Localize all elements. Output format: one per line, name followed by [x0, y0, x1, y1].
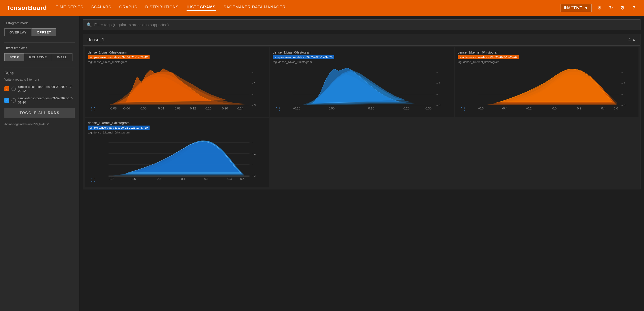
- svg-text:-0.2: -0.2: [526, 106, 532, 110]
- nav-graphs[interactable]: GRAPHS: [119, 5, 137, 11]
- svg-text:0.16: 0.16: [206, 106, 212, 110]
- svg-text:– 3: – 3: [621, 104, 625, 107]
- chart-2-tag: tag: dense_1/bias_0/histogram: [273, 60, 450, 64]
- svg-text:0.10: 0.10: [368, 106, 374, 110]
- svg-text:–: –: [252, 70, 254, 74]
- status-label: INACTIVE: [564, 6, 582, 10]
- svg-text:–: –: [621, 92, 623, 96]
- svg-marker-7: [126, 69, 212, 102]
- axis-buttons: STEP RELATIVE WALL: [4, 53, 75, 61]
- nav-scalars[interactable]: SCALARS: [91, 5, 111, 11]
- chart-2-svg: -0.10 0.00 0.10 0.20 0.30 – – 1 – – 3: [273, 66, 450, 114]
- group-count: 4 ▲: [628, 38, 636, 42]
- run-label-orange: simple-tensorboard-test-09-02-2023-17-29…: [18, 85, 75, 93]
- svg-text:-0.6: -0.6: [478, 106, 484, 110]
- run-checkbox-orange[interactable]: ✓: [4, 86, 9, 91]
- svg-text:0.2: 0.2: [577, 106, 581, 110]
- svg-text:0.30: 0.30: [426, 106, 432, 110]
- status-dropdown[interactable]: INACTIVE ▼: [560, 4, 592, 12]
- svg-text:– 3: – 3: [252, 174, 256, 177]
- group-dense-1: dense_1 4 ▲ dense_1/bias_0/histogram sim…: [83, 34, 640, 190]
- chart-2-title: dense_1/bias_0/histogram: [273, 50, 450, 54]
- histogram-mode-label: Histogram mode: [4, 21, 75, 25]
- run-item-1: ✓ simple-tensorboard-test-09-02-2023-17-…: [4, 85, 75, 93]
- svg-text:–: –: [252, 163, 254, 166]
- chevron-down-icon: ▼: [584, 6, 588, 10]
- run-item-2: ✓ simple-tensorboard-test-09-02-2023-17-…: [4, 96, 75, 104]
- step-button[interactable]: STEP: [4, 53, 24, 61]
- search-icon: 🔍: [86, 22, 92, 28]
- svg-text:– 3: – 3: [252, 104, 256, 107]
- divider-1: [4, 42, 75, 42]
- chart-1-title: dense_1/bias_0/histogram: [88, 50, 266, 54]
- expand-icon-1[interactable]: ⛶: [91, 107, 95, 112]
- svg-text:-0.08: -0.08: [110, 106, 117, 110]
- svg-text:-0.3: -0.3: [156, 177, 161, 180]
- nav-distributions[interactable]: DISTRIBUTIONS: [145, 5, 178, 11]
- svg-text:0.00: 0.00: [328, 106, 334, 110]
- run-radio-blue[interactable]: [12, 98, 16, 103]
- svg-text:– 1: – 1: [436, 82, 440, 85]
- chart-3-svg: -0.6 -0.4 -0.2 0.0 0.2 0.4 0.6 – – 1 – –…: [458, 66, 636, 114]
- content-area: 🔍 dense_1 4 ▲ dense_1/bias_0/histogram s…: [79, 16, 644, 311]
- svg-text:0.20: 0.20: [404, 106, 410, 110]
- svg-text:0.04: 0.04: [158, 106, 164, 110]
- chart-1-svg: -0.08 -0.04 0.00 0.04 0.08 0.12 0.16 0.2…: [88, 66, 266, 114]
- nav-time-series[interactable]: TIME SERIES: [56, 5, 83, 11]
- chart-3-badge: simple-tensorboard-test-09-02-2023-17-29…: [458, 55, 519, 59]
- group-header: dense_1 4 ▲: [83, 34, 640, 46]
- nav-histograms[interactable]: HISTOGRAMS: [186, 5, 216, 11]
- svg-text:– 3: – 3: [436, 104, 440, 107]
- expand-icon-3[interactable]: ⛶: [461, 107, 465, 112]
- toggle-all-runs-button[interactable]: TOGGLE ALL RUNS: [4, 108, 75, 118]
- chart-3-tag: tag: dense_1/kernel_0/histogram: [458, 60, 636, 64]
- nav-bar: TIME SERIES SCALARS GRAPHS DISTRIBUTIONS…: [56, 5, 552, 11]
- header: TensorBoard TIME SERIES SCALARS GRAPHS D…: [0, 0, 644, 16]
- expand-icon-4[interactable]: ⛶: [91, 178, 95, 182]
- logo: TensorBoard: [6, 4, 47, 12]
- settings-icon[interactable]: ⚙: [619, 4, 626, 12]
- svg-text:0.20: 0.20: [222, 106, 228, 110]
- main-layout: Histogram mode OVERLAY OFFSET Offset tim…: [0, 16, 644, 311]
- filter-tags-input[interactable]: [94, 23, 637, 27]
- wall-button[interactable]: WALL: [52, 53, 72, 61]
- relative-button[interactable]: RELATIVE: [24, 53, 52, 61]
- chart-3-title: dense_1/kernel_0/histogram: [458, 50, 636, 54]
- chart-3: dense_1/kernel_0/histogram simple-tensor…: [454, 47, 638, 117]
- expand-icon-2[interactable]: ⛶: [276, 107, 280, 112]
- offset-button[interactable]: OFFSET: [32, 28, 56, 36]
- refresh-icon[interactable]: ↻: [608, 4, 614, 12]
- svg-text:-0.10: -0.10: [293, 106, 300, 110]
- svg-text:–: –: [621, 70, 623, 74]
- help-icon[interactable]: ?: [630, 4, 638, 12]
- svg-text:-0.4: -0.4: [502, 106, 507, 110]
- chart-4-badge: simple-tensorboard-test-09-02-2023-17-37…: [88, 126, 150, 130]
- mode-buttons: OVERLAY OFFSET: [4, 28, 75, 36]
- svg-text:– 1: – 1: [621, 82, 625, 85]
- sidebar: Histogram mode OVERLAY OFFSET Offset tim…: [0, 16, 79, 311]
- svg-text:0.12: 0.12: [190, 106, 196, 110]
- chart-2: dense_1/bias_0/histogram simple-tensorbo…: [270, 47, 454, 117]
- chart-4-title: dense_1/kernel_0/histogram: [88, 121, 266, 125]
- svg-text:–: –: [436, 70, 438, 74]
- charts-grid: dense_1/bias_0/histogram simple-tensorbo…: [83, 46, 640, 189]
- chart-1: dense_1/bias_0/histogram simple-tensorbo…: [85, 47, 269, 117]
- runs-filter-label: Write a regex to filter runs: [4, 78, 75, 81]
- svg-text:0.1: 0.1: [204, 177, 209, 180]
- svg-text:–: –: [436, 92, 438, 96]
- chart-4-svg: -0.7 -0.5 -0.3 -0.1 0.1 0.3 0.5 – – 1 – …: [88, 136, 266, 184]
- nav-sagemaker[interactable]: SAGEMAKER DATA MANAGER: [224, 5, 286, 11]
- run-radio-orange[interactable]: [12, 86, 16, 91]
- svg-text:0.5: 0.5: [240, 177, 245, 180]
- svg-text:0.6: 0.6: [614, 106, 618, 110]
- svg-text:0.4: 0.4: [601, 106, 606, 110]
- run-checkbox-blue[interactable]: ✓: [4, 98, 9, 103]
- svg-text:0.00: 0.00: [140, 106, 146, 110]
- filter-bar: 🔍: [83, 20, 640, 30]
- chart-4-area: -0.7 -0.5 -0.3 -0.1 0.1 0.3 0.5 – – 1 – …: [88, 136, 266, 184]
- svg-text:– 1: – 1: [252, 152, 256, 155]
- header-right: INACTIVE ▼ ☀ ↻ ⚙ ?: [560, 4, 638, 12]
- chevron-up-icon[interactable]: ▲: [632, 38, 636, 42]
- overlay-button[interactable]: OVERLAY: [4, 28, 32, 36]
- brightness-icon[interactable]: ☀: [596, 4, 603, 12]
